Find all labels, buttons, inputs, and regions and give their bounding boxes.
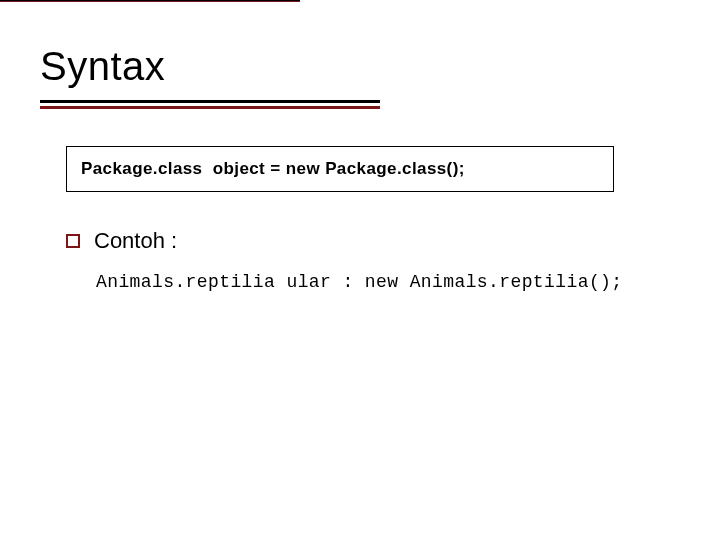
square-bullet-icon: [66, 234, 80, 248]
syntax-box-text: Package.class object = new Package.class…: [81, 159, 465, 179]
underline-accent-left: [40, 106, 380, 109]
underline-accent-right: [0, 1, 300, 2]
bullet-label: Contoh :: [94, 228, 177, 254]
page-title: Syntax: [40, 44, 165, 89]
syntax-box: Package.class object = new Package.class…: [66, 146, 614, 192]
slide: Syntax Package.class object = new Packag…: [0, 0, 720, 540]
bullet-row: Contoh :: [66, 228, 177, 254]
example-code: Animals.reptilia ular : new Animals.rept…: [96, 272, 622, 292]
underline-dark-left: [40, 100, 380, 103]
